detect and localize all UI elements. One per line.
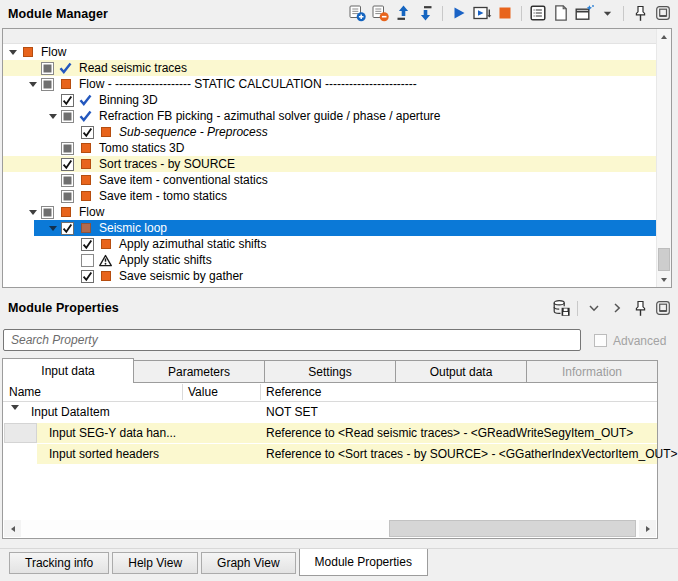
tab-information[interactable]: Information	[527, 360, 658, 383]
move-up-icon[interactable]	[393, 3, 413, 23]
checkbox[interactable]	[61, 94, 74, 107]
tree-row[interactable]: Read seismic traces	[3, 60, 656, 76]
scrollbar-track[interactable]	[657, 44, 671, 272]
tree-row[interactable]: Save item - tomo statics	[3, 188, 656, 204]
add-module-icon[interactable]	[347, 3, 367, 23]
new-window-icon[interactable]	[574, 3, 594, 23]
column-header-name[interactable]: Name	[9, 385, 41, 399]
column-header-reference[interactable]: Reference	[266, 385, 321, 399]
remove-module-icon[interactable]	[370, 3, 390, 23]
warning-icon	[99, 254, 112, 267]
bottom-tab-bar: Tracking infoHelp ViewGraph ViewModule P…	[0, 548, 678, 581]
expander-icon[interactable]	[11, 410, 19, 424]
db-save-icon[interactable]	[551, 298, 571, 318]
scroll-right-button[interactable]	[639, 520, 656, 537]
module-check-icon	[59, 62, 72, 75]
checkbox[interactable]	[81, 254, 94, 267]
tree-row[interactable]: Apply static shifts	[3, 252, 656, 268]
float-icon[interactable]	[653, 3, 673, 23]
tab-parameters[interactable]: Parameters	[134, 360, 265, 383]
bottom-tab-graph-view[interactable]: Graph View	[201, 552, 295, 574]
tree-row[interactable]: Seismic loop	[3, 220, 656, 236]
checkbox[interactable]	[61, 158, 74, 171]
bottom-tab-help-view[interactable]: Help View	[112, 552, 198, 574]
expander-icon[interactable]	[45, 108, 61, 124]
checkbox[interactable]	[61, 174, 74, 187]
expander-placeholder	[45, 92, 61, 108]
expander-icon[interactable]	[45, 220, 61, 236]
expander-icon[interactable]	[25, 76, 41, 92]
expander-icon[interactable]	[5, 44, 21, 60]
checkbox[interactable]	[61, 190, 74, 203]
triangle-down-icon	[9, 50, 17, 55]
cell-reference: Reference to <Sort traces - by SOURCE> -…	[266, 447, 678, 461]
checkbox[interactable]	[61, 142, 74, 155]
tab-label: Help View	[128, 556, 182, 570]
scroll-down-button[interactable]	[657, 272, 671, 287]
table-horizontal-scrollbar[interactable]	[4, 520, 656, 537]
tab-label: Input data	[41, 364, 94, 378]
tree-row[interactable]: Refraction FB picking - azimuthal solver…	[3, 108, 656, 124]
checkbox[interactable]	[41, 62, 54, 75]
advanced-checkbox[interactable]	[594, 334, 607, 347]
toolbar-separator	[521, 6, 522, 21]
tree-row[interactable]: Flow	[3, 204, 656, 220]
down-arrow-icon	[661, 278, 667, 282]
chevron-down-icon[interactable]	[584, 298, 604, 318]
checkbox[interactable]	[41, 78, 54, 91]
tree-row[interactable]: Sub-sequence - Preprocess	[3, 124, 656, 140]
expander-placeholder	[45, 156, 61, 172]
run-icon[interactable]	[449, 3, 469, 23]
pin-icon[interactable]	[630, 298, 650, 318]
tree-row[interactable]: Apply azimuthal static shifts	[3, 236, 656, 252]
tree-item-label: Flow - ------------------- STATIC CALCUL…	[79, 76, 417, 92]
checkbox[interactable]	[81, 270, 94, 283]
tree-item-label: Apply azimuthal static shifts	[119, 236, 266, 252]
tree-row[interactable]: Flow - ------------------- STATIC CALCUL…	[3, 76, 656, 92]
tab-input-data[interactable]: Input data	[2, 358, 134, 383]
tree-item-label: Apply static shifts	[119, 252, 212, 268]
bottom-tab-tracking-info[interactable]: Tracking info	[9, 552, 109, 574]
tab-settings[interactable]: Settings	[265, 360, 396, 383]
move-down-icon[interactable]	[416, 3, 436, 23]
module-square-icon	[99, 238, 112, 251]
scrollbar-thumb[interactable]	[658, 248, 670, 271]
indent-spacer	[3, 228, 45, 229]
scrollbar-thumb[interactable]	[389, 520, 636, 537]
tree-row[interactable]: Save item - conventional statics	[3, 172, 656, 188]
tree-row[interactable]: Flow	[3, 44, 656, 60]
table-row[interactable]: Input DataItemNOT SET	[3, 402, 657, 423]
cell-name: Input DataItem	[31, 405, 110, 419]
scrollbar-track[interactable]	[21, 520, 639, 537]
module-properties-title: Module Properties	[8, 301, 119, 315]
tree-row[interactable]: Sort traces - by SOURCE	[3, 156, 656, 172]
search-property-input[interactable]	[3, 329, 581, 351]
checkbox[interactable]	[41, 206, 54, 219]
right-arrow-icon	[646, 526, 650, 532]
module-list-icon[interactable]	[528, 3, 548, 23]
scroll-up-button[interactable]	[657, 29, 671, 44]
checkbox[interactable]	[81, 238, 94, 251]
tree-row[interactable]: Binning 3D	[3, 92, 656, 108]
dropdown-icon[interactable]	[597, 3, 617, 23]
checkbox[interactable]	[61, 222, 74, 235]
chevron-right-icon[interactable]	[607, 298, 627, 318]
stop-icon[interactable]	[495, 3, 515, 23]
tab-output-data[interactable]: Output data	[396, 360, 527, 383]
float-icon[interactable]	[653, 298, 673, 318]
expander-icon[interactable]	[25, 204, 41, 220]
flow-tree: FlowRead seismic tracesFlow - ----------…	[2, 28, 672, 288]
tree-vertical-scrollbar[interactable]	[656, 29, 671, 287]
table-row[interactable]: Input SEG-Y data han...Reference to <Rea…	[3, 423, 657, 444]
column-header-value[interactable]: Value	[188, 385, 218, 399]
checkbox[interactable]	[81, 126, 94, 139]
scroll-left-button[interactable]	[4, 520, 21, 537]
run-flow-icon[interactable]	[472, 3, 492, 23]
paste-icon[interactable]	[551, 3, 571, 23]
tree-row[interactable]: Save seismic by gather	[3, 268, 656, 284]
table-row[interactable]: Input sorted headersReference to <Sort t…	[3, 444, 657, 465]
checkbox[interactable]	[61, 110, 74, 123]
pin-icon[interactable]	[630, 3, 650, 23]
tree-row[interactable]: Tomo statics 3D	[3, 140, 656, 156]
bottom-tab-module-properties[interactable]: Module Properties	[299, 549, 428, 576]
